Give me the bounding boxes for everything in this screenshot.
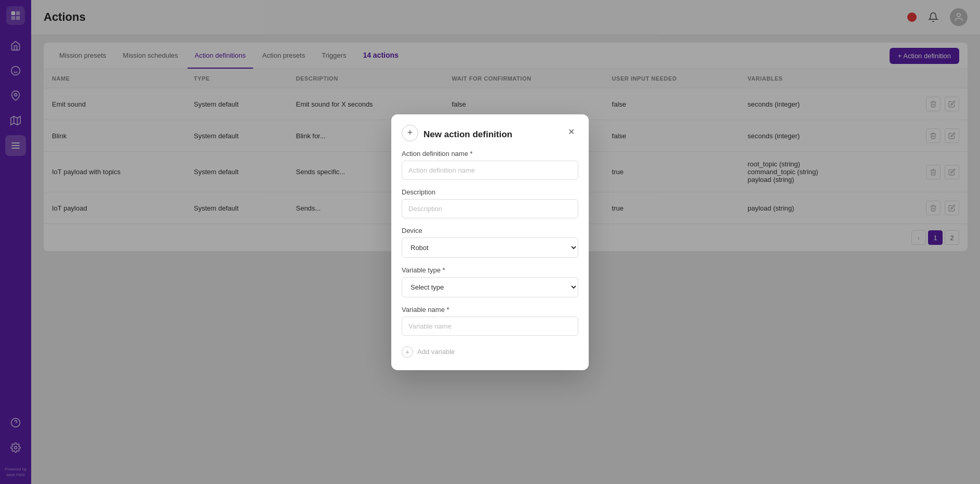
modal-header-left: + New action definition [402, 125, 512, 141]
field-action-definition-name: Action definition name * [402, 150, 578, 180]
main-content: Actions Mission presets Mission schedule… [31, 0, 980, 484]
field-description: Description [402, 188, 578, 218]
modal-overlay[interactable]: + New action definition ✕ Action definit… [31, 34, 980, 484]
label-variable-type: Variable type * [402, 266, 578, 274]
add-variable-label: Add variable [417, 348, 455, 356]
add-variable-row[interactable]: + Add variable [402, 344, 578, 360]
field-device: Device Robot Server External [402, 227, 578, 258]
modal-header: + New action definition ✕ [391, 114, 589, 141]
field-variable-name: Variable name * [402, 306, 578, 336]
field-variable-type: Variable type * Select type string integ… [402, 266, 578, 297]
label-device: Device [402, 227, 578, 234]
modal-plus-icon: + [402, 125, 418, 141]
label-action-definition-name: Action definition name * [402, 150, 578, 158]
input-description[interactable] [402, 199, 578, 218]
modal-title: New action definition [423, 129, 512, 140]
select-variable-type[interactable]: Select type string integer boolean float [402, 277, 578, 297]
input-variable-name[interactable] [402, 317, 578, 336]
modal-close-button[interactable]: ✕ [564, 125, 578, 139]
new-action-definition-modal: + New action definition ✕ Action definit… [391, 114, 589, 370]
modal-body: Action definition name * Description Dev… [391, 141, 589, 370]
label-variable-name: Variable name * [402, 306, 578, 313]
input-action-definition-name[interactable] [402, 161, 578, 180]
page-content: Mission presets Mission schedules Action… [31, 34, 980, 484]
select-device[interactable]: Robot Server External [402, 238, 578, 258]
add-variable-icon: + [402, 346, 413, 358]
label-description: Description [402, 188, 578, 196]
